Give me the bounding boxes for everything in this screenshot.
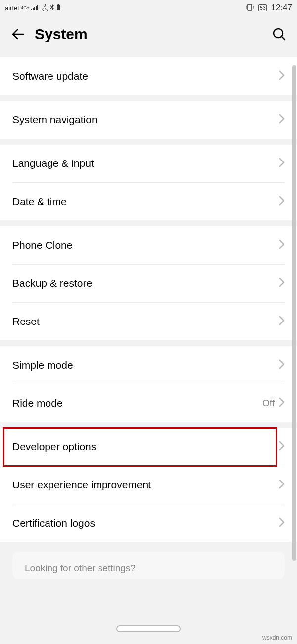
settings-section: Developer optionsUser experience improve… (0, 428, 297, 542)
data-speed: 0 K/s (41, 3, 48, 12)
item-label: Certification logos (12, 517, 279, 529)
settings-item[interactable]: Simple mode (0, 346, 297, 384)
search-button[interactable] (271, 26, 287, 42)
settings-item[interactable]: User experience improvement (0, 466, 297, 504)
chevron-right-icon (279, 316, 285, 327)
battery-percent: 53 (260, 5, 265, 11)
speed-unit: K/s (41, 8, 48, 12)
status-bar: airtel 4G+ 0 K/s 53 12:47 (0, 0, 297, 16)
settings-item[interactable]: Ride modeOff (0, 384, 297, 422)
settings-item[interactable]: Certification logos (0, 504, 297, 542)
battery-indicator: 53 (258, 4, 267, 11)
footer-prompt: Looking for other settings? (25, 563, 272, 574)
network-type: 4G+ (21, 5, 29, 10)
item-label: System navigation (12, 114, 279, 126)
item-label: User experience improvement (12, 479, 279, 491)
bluetooth-icon (50, 4, 54, 12)
scrollbar[interactable] (292, 65, 296, 561)
item-label: Backup & restore (12, 277, 279, 289)
settings-item[interactable]: Developer options (0, 428, 297, 466)
item-label: Ride mode (12, 397, 262, 409)
carrier-label: airtel (5, 4, 19, 12)
item-label: Phone Clone (12, 239, 279, 251)
settings-item[interactable]: Phone Clone (0, 226, 297, 264)
vibrate-icon (246, 4, 254, 12)
item-label: Software update (12, 70, 279, 82)
settings-section: Language & inputDate & time (0, 145, 297, 220)
settings-section: Phone CloneBackup & restoreReset (0, 226, 297, 340)
battery-small-icon (56, 4, 60, 12)
chevron-right-icon (279, 277, 285, 289)
chevron-right-icon (279, 239, 285, 251)
item-label: Reset (12, 316, 279, 327)
app-header: System (0, 16, 297, 57)
svg-rect-2 (248, 4, 252, 10)
settings-content: Software updateSystem navigationLanguage… (0, 57, 297, 579)
status-right: 53 12:47 (246, 3, 292, 13)
settings-item[interactable]: Language & input (0, 145, 297, 182)
back-button[interactable] (10, 26, 26, 42)
footer-card: Looking for other settings? (12, 552, 285, 579)
clock: 12:47 (271, 3, 292, 13)
settings-item[interactable]: System navigation (0, 101, 297, 139)
item-label: Developer options (12, 441, 279, 453)
chevron-right-icon (279, 70, 285, 82)
chevron-right-icon (279, 397, 285, 409)
watermark: wsxdn.com (262, 634, 292, 641)
search-icon (272, 27, 286, 41)
page-title: System (35, 26, 271, 43)
settings-section: System navigation (0, 101, 297, 139)
nav-pill[interactable] (116, 625, 181, 632)
settings-item[interactable]: Software update (0, 57, 297, 95)
chevron-right-icon (279, 158, 285, 169)
settings-item[interactable]: Backup & restore (0, 265, 297, 302)
chevron-right-icon (279, 359, 285, 371)
item-label: Date & time (12, 196, 279, 208)
svg-rect-0 (57, 5, 60, 10)
settings-item[interactable]: Reset (0, 303, 297, 340)
settings-section: Software update (0, 57, 297, 95)
item-label: Language & input (12, 158, 279, 169)
chevron-right-icon (279, 479, 285, 491)
status-left: airtel 4G+ 0 K/s (5, 3, 60, 12)
arrow-left-icon (10, 27, 25, 42)
chevron-right-icon (279, 517, 285, 529)
svg-rect-1 (58, 4, 59, 5)
item-label: Simple mode (12, 359, 279, 371)
settings-section: Simple modeRide modeOff (0, 346, 297, 422)
signal-icon (31, 4, 39, 12)
settings-item[interactable]: Date & time (0, 183, 297, 220)
item-value: Off (262, 398, 275, 409)
chevron-right-icon (279, 114, 285, 126)
chevron-right-icon (279, 196, 285, 208)
chevron-right-icon (279, 441, 285, 453)
